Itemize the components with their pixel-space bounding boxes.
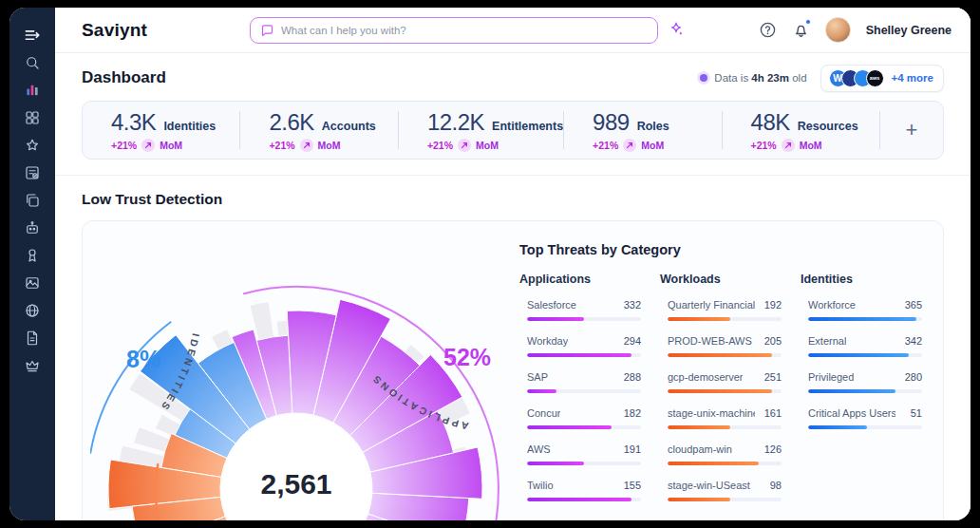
threat-column-header: Applications [519, 273, 641, 286]
threat-value: 192 [764, 299, 782, 311]
copy-icon [24, 192, 41, 209]
threat-bar-track [527, 389, 641, 393]
search-icon [24, 54, 41, 71]
threat-label: External [808, 335, 846, 347]
sidebar-item-crown[interactable] [17, 351, 47, 379]
sidebar-item-dashboard-grid[interactable] [17, 104, 47, 131]
sidebar-item-badge-person[interactable] [17, 241, 47, 269]
help-button[interactable] [759, 21, 777, 39]
threat-bar-track [808, 317, 922, 321]
sidebar-item-bot[interactable] [17, 214, 47, 241]
topbar: Saviynt Shelley Greene [55, 8, 971, 53]
threat-row[interactable]: External342 [801, 335, 922, 357]
ai-sparkle-icon[interactable] [668, 21, 685, 42]
stat-roles[interactable]: 989Roles+21%MoM [564, 111, 722, 149]
kpi-stats-bar: 4.3KIdentities+21%MoM2.6KAccounts+21%MoM… [82, 101, 944, 160]
stat-resources[interactable]: 48KResources+21%MoM [723, 111, 880, 149]
stat-identities[interactable]: 4.3KIdentities+21%MoM [83, 111, 240, 149]
document-icon [24, 330, 41, 347]
sidebar-item-apps-colorful[interactable] [17, 76, 47, 104]
threat-bar-fill [668, 389, 772, 393]
section-divider [55, 175, 971, 176]
notifications-button[interactable] [792, 21, 810, 39]
threat-row[interactable]: stage-unix-machine161 [660, 407, 782, 429]
threat-value: 294 [624, 335, 641, 347]
threat-bar-fill [668, 462, 759, 465]
sidebar-item-star[interactable] [17, 131, 47, 159]
threat-row[interactable]: Workday294 [519, 335, 641, 357]
stat-period: MoM [476, 140, 499, 151]
bot-icon [24, 219, 41, 236]
threat-row[interactable]: gcp-demoserver251 [660, 371, 782, 393]
low-trust-title: Low Trust Detection [82, 191, 944, 208]
sidebar-item-image-card[interactable] [17, 269, 47, 296]
threat-row[interactable]: Workforce365 [801, 299, 922, 321]
threat-value: 161 [764, 407, 782, 419]
threat-row[interactable]: Twilio155 [519, 480, 641, 501]
stat-change: +21% [111, 140, 137, 151]
threat-row[interactable]: SAP288 [519, 371, 641, 393]
stat-value: 2.6K [269, 109, 313, 136]
threat-bar-fill [668, 317, 730, 321]
app-logo-stack: Waws [829, 69, 884, 87]
threat-row[interactable]: cloudpam-win126 [660, 443, 782, 465]
threat-row[interactable]: Privileged280 [801, 371, 922, 393]
threats-title: Top Threats by Category [519, 242, 944, 257]
app-window: Saviynt Shelley Greene [9, 8, 971, 520]
sidebar-item-search[interactable] [17, 48, 47, 76]
threat-label: Salesforce [527, 299, 576, 311]
dashboard-grid-icon [24, 109, 41, 126]
threat-row[interactable]: AWS191 [519, 443, 641, 465]
radial-rose-chart: IDENTITIESAPPLICATIONS8%52%2,561 [90, 284, 518, 520]
threat-value: 155 [624, 480, 641, 491]
sidebar [9, 8, 55, 520]
checklist-icon [24, 164, 41, 181]
saviynt-logo: Saviynt [82, 20, 147, 41]
sidebar-item-checklist[interactable] [17, 159, 47, 186]
threat-value: 191 [624, 443, 641, 455]
threat-row[interactable]: Quarterly Financial Reco...192 [660, 299, 782, 321]
user-name: Shelley Greene [866, 24, 952, 37]
threat-row[interactable]: Salesforce332 [519, 299, 641, 321]
stat-label: Roles [637, 120, 669, 133]
threat-bar-track [668, 425, 782, 429]
threat-label: Concur [527, 407, 560, 419]
threat-value: 342 [905, 335, 922, 347]
rose-chart-svg: IDENTITIESAPPLICATIONS8%52%2,561 [90, 284, 518, 520]
threat-bar-track [527, 498, 641, 501]
add-stat-button[interactable]: + [880, 118, 943, 142]
sidebar-item-copy[interactable] [17, 186, 47, 214]
threat-bar-track [808, 389, 922, 393]
stat-period: MoM [318, 140, 341, 151]
avatar[interactable] [825, 17, 851, 43]
threat-row[interactable]: Critical Apps Users51 [801, 407, 922, 429]
threat-bar-track [668, 462, 782, 465]
search-input[interactable] [281, 25, 648, 36]
stat-period: MoM [800, 140, 822, 151]
threat-row[interactable]: PROD-WEB-AWS205 [660, 335, 782, 357]
threat-value: 332 [624, 299, 641, 311]
stat-value: 4.3K [111, 109, 156, 136]
stat-accounts[interactable]: 2.6KAccounts+21%MoM [240, 111, 398, 149]
stat-entitlements[interactable]: 12.2KEntitlements+21%MoM [399, 111, 564, 149]
threat-row[interactable]: stage-win-USeast98 [660, 480, 782, 501]
threat-value: 205 [764, 335, 782, 347]
sidebar-item-globe[interactable] [17, 296, 47, 324]
threat-row[interactable]: Concur182 [519, 407, 641, 429]
stat-change: +21% [751, 140, 777, 151]
freshness-dot-icon [700, 74, 707, 82]
notification-dot [805, 19, 811, 25]
identities-pct: 8% [126, 346, 160, 372]
threat-bar-fill [668, 353, 772, 357]
stat-change: +21% [269, 140, 294, 151]
threat-bar-track [527, 317, 641, 321]
stat-label: Entitlements [492, 120, 563, 133]
threat-bar-fill [808, 389, 895, 393]
sidebar-item-document[interactable] [17, 324, 47, 351]
threat-bar-track [668, 498, 782, 501]
connected-apps-pill[interactable]: Waws +4 more [820, 65, 944, 92]
stat-value: 48K [751, 109, 790, 136]
sidebar-item-menu-expand[interactable] [17, 21, 47, 48]
threat-bar-track [668, 353, 782, 357]
assistant-search[interactable] [250, 17, 658, 44]
